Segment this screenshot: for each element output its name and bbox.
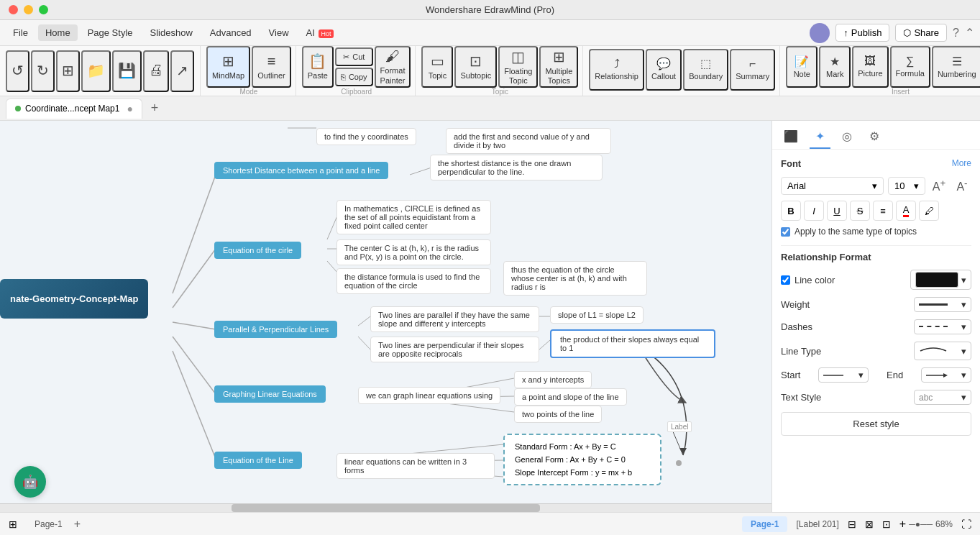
parallel-node[interactable]: Parallel & Perpendicular Lines [214,321,337,338]
status-view-icon2[interactable]: ⊠ [865,518,874,530]
dashes-picker[interactable]: ▾ [914,319,971,334]
highlight-button[interactable]: 🖊 [919,201,939,221]
active-page-tab[interactable]: Page-1 [742,516,787,532]
ai-assistant-button[interactable]: 🤖 [14,466,46,498]
window-controls[interactable] [9,5,48,14]
top-node-desc[interactable]: add the first and second value of y and … [446,128,611,154]
add-tab-button[interactable]: + [145,99,164,118]
tab-close-icon[interactable]: ● [127,103,132,114]
close-button[interactable] [9,5,18,14]
tab-coordinate-map[interactable]: Coordinate...ncept Map1 ● [6,99,142,119]
export-button[interactable]: ↗ [170,50,194,92]
print-button[interactable]: 🖨 [143,50,169,92]
undo-button[interactable]: ↺ [6,50,29,92]
paste-button[interactable]: 📋 Paste [302,46,334,88]
panel-tab-ai[interactable]: ✦ [810,125,830,149]
save-button[interactable]: 💾 [112,50,142,92]
menu-home[interactable]: Home [38,24,78,41]
relationship-format-title: Relationship Format [781,252,971,262]
italic-button[interactable]: I [804,201,824,221]
outliner-mode-button[interactable]: ≡ Outliner [252,46,291,88]
bold-button[interactable]: B [781,201,801,221]
open-button[interactable]: 📁 [81,50,111,92]
start-picker[interactable]: ▾ [818,367,869,383]
menu-page-style[interactable]: Page Style [81,24,140,41]
canvas-area[interactable]: to find the y coordinates add the first … [0,121,771,512]
font-size-increase-button[interactable]: A+ [930,176,948,195]
line-color-checkbox[interactable] [781,275,790,285]
copy-button[interactable]: ⎘ Copy [335,68,373,86]
callout-button[interactable]: 💬 Callout [646,49,682,91]
menu-file[interactable]: File [6,24,35,41]
user-avatar[interactable] [810,23,830,43]
mindmap-mode-button[interactable]: ⊞ MindMap [206,46,250,88]
top-node[interactable]: to find the y coordinates [316,128,416,145]
page-tabs: Page-1 + [26,516,733,532]
picture-button[interactable]: 🖼 Picture [852,46,888,88]
note-button[interactable]: 📝 Note [786,46,818,88]
font-color-button[interactable]: A [896,201,916,221]
line-color-picker[interactable]: ▾ [910,270,971,290]
zoom-in-button[interactable]: + [899,518,906,531]
topic-button[interactable]: ▭ Topic [421,46,453,88]
text-style-picker[interactable]: abc ▾ [914,390,971,405]
status-view-icon3[interactable]: ⊡ [882,518,891,530]
menu-advanced[interactable]: Advanced [203,24,259,41]
add-page-button[interactable]: + [74,518,81,531]
page-tab-1[interactable]: Page-1 [26,516,71,532]
strikethrough-button[interactable]: S [850,201,870,221]
equation-line-node[interactable]: Equation of the Line [214,452,302,469]
new-button[interactable]: ⊞ [56,50,80,92]
share-button[interactable]: ⬡ Share [895,24,947,42]
menu-ai[interactable]: AI Hot [299,24,341,41]
relationship-button[interactable]: ⤴ Relationship [589,49,644,91]
collapse-icon[interactable]: ⌃ [965,26,974,40]
font-select[interactable]: Arial ▾ [781,177,884,195]
align-button[interactable]: ≡ [873,201,893,221]
slope-l1-extra: slope of L1 = slope L2 [550,306,644,324]
font-size-decrease-button[interactable]: A- [953,176,971,195]
multiple-topics-button[interactable]: ⊞ MultipleTopics [539,46,578,88]
chevron-down-icon: ▾ [914,180,919,191]
zoom-level: 68% [935,519,953,529]
scrollbar-thumb[interactable] [232,504,540,512]
formula-button[interactable]: ∑ Formula [890,46,930,88]
menu-slideshow[interactable]: Slideshow [143,24,200,41]
menu-view[interactable]: View [262,24,296,41]
redo-button[interactable]: ↻ [31,50,55,92]
weight-picker[interactable]: ▾ [914,297,971,312]
apply-same-type-checkbox[interactable] [781,227,790,237]
graphing-node[interactable]: Graphing Linear Equations [214,385,326,403]
reset-style-button[interactable]: Reset style [781,412,971,436]
publish-button[interactable]: ↑ Publish [835,24,889,42]
central-node[interactable]: nate-Geometry-Concept-Map [0,279,148,319]
subtopic-button[interactable]: ⊡ Subtopic [454,46,497,88]
help-icon[interactable]: ? [953,27,959,40]
shortest-distance-node[interactable]: Shortest Distance between a point and a … [214,162,388,179]
chevron-down-icon: ▾ [961,275,966,285]
svg-line-2 [173,322,216,329]
numbering-button[interactable]: ☰ Numbering [932,46,980,88]
horizontal-scrollbar[interactable] [0,503,771,512]
cut-button[interactable]: ✂ Cut [335,47,373,66]
mark-button[interactable]: ★ Mark [819,46,851,88]
format-painter-button[interactable]: 🖌 FormatPainter [375,46,411,88]
boundary-button[interactable]: ⬚ Boundary [683,49,728,91]
underline-button[interactable]: U [827,201,847,221]
line-type-picker[interactable]: ▾ [914,342,971,360]
panel-tab-map[interactable]: ◎ [836,125,858,149]
menu-right: ↑ Publish ⬡ Share ? ⌃ [810,23,974,43]
summary-button[interactable]: ⌐ Summary [730,49,775,91]
fullscreen-button[interactable]: ⛶ [961,518,971,530]
equation-circle-node[interactable]: Equation of the cirle [214,242,301,259]
panel-tab-settings[interactable]: ⚙ [864,125,885,149]
status-layout-icon[interactable]: ⊞ [9,518,17,530]
minimize-button[interactable] [24,5,33,14]
status-view-icon1[interactable]: ⊟ [848,518,856,530]
maximize-button[interactable] [39,5,48,14]
floating-topic-button[interactable]: ◫ FloatingTopic [498,46,538,88]
panel-tab-style[interactable]: ⬛ [778,125,804,149]
font-section-title: Font More [781,158,971,169]
font-size-select[interactable]: 10 ▾ [888,177,925,195]
end-picker[interactable]: ▾ [921,367,971,383]
